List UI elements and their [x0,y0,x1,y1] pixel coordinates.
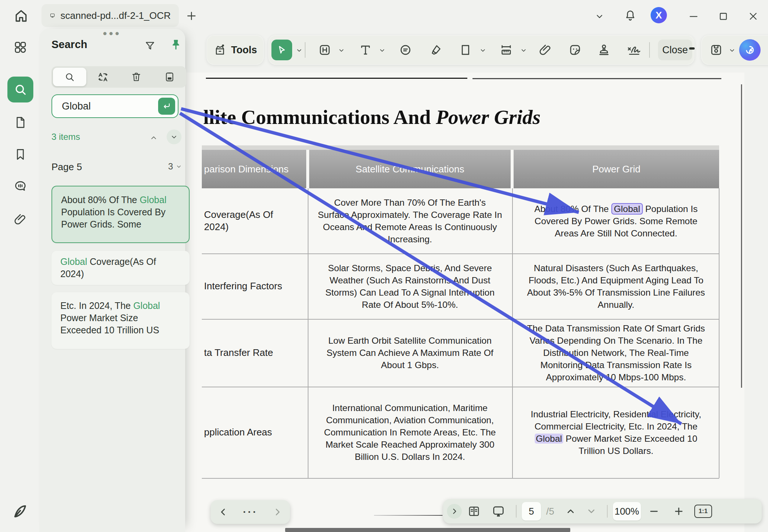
new-tab-button[interactable] [185,10,198,22]
brand-logo[interactable] [9,500,31,522]
close-window-button[interactable] [747,10,759,22]
rail-comments-button[interactable] [7,173,33,199]
chevron-down-icon [337,46,345,54]
presentation-button[interactable] [486,504,511,518]
rectangle-shape-icon [458,43,473,57]
close-button[interactable]: Close [658,40,692,60]
save-button[interactable] [707,42,725,58]
search-panel: ••• Search 3 items Page 5 3 [39,29,185,532]
table-top-strip [202,145,719,150]
scan-line [206,78,467,79]
expand-results-button[interactable] [167,129,181,144]
attachment-tool-button[interactable] [537,42,554,58]
comments-icon [13,179,27,193]
back-button[interactable] [218,507,228,517]
rail-bookmarks-button[interactable] [7,141,33,167]
avatar[interactable]: X [651,7,667,23]
expand-bar-button[interactable] [447,504,462,519]
table-cell-satellite: Low Earth Orbit Satellite Communication … [309,319,511,387]
select-tool-button[interactable] [271,40,292,60]
signature-tool-button[interactable] [623,42,644,58]
minimize-button[interactable] [688,10,699,22]
app-window: { "colors":{"accent_green":"#44a26d","ar… [0,0,768,532]
trash-icon [131,71,142,83]
minus-icon [648,506,660,517]
sticker-tool-button[interactable] [566,42,584,58]
ruler-icon [499,43,513,57]
rail-pages-button[interactable] [7,110,33,135]
select-cursor-icon [276,44,287,55]
page-number-input[interactable]: 5 [522,502,541,521]
collapse-all-button[interactable] [149,133,158,143]
titlebar-collapse-button[interactable] [594,11,605,22]
result-group-count[interactable]: 3 [168,161,183,172]
maximize-button[interactable] [717,10,729,22]
match-text: Global [60,256,87,267]
measure-tool-dropdown[interactable] [520,46,528,54]
tab-search[interactable] [53,68,86,86]
ai-assistant-button[interactable] [739,39,761,61]
tools-box-icon [213,43,227,57]
measure-tool-button[interactable] [497,42,515,58]
page-view-mode-button[interactable] [462,505,486,518]
search-result-item[interactable]: Etc. In 2024, The Global Power Market Si… [51,292,190,349]
shape-tool-button[interactable] [457,42,474,58]
select-tool-dropdown[interactable] [295,46,303,54]
document-scrollbar[interactable] [741,84,742,388]
rail-search-button[interactable] [7,77,33,102]
search-mode-tabs [51,66,186,88]
zoom-out-button[interactable] [641,506,667,517]
stamp-icon [597,43,611,57]
notifications-button[interactable] [624,8,637,22]
tab-delete-results[interactable] [120,66,153,88]
table-header-dimensions: parison Dimensions [202,150,306,188]
table-cell-dimension: pplication Areas [202,387,308,478]
search-submit-button[interactable] [158,98,175,115]
highlighter-icon [429,43,443,57]
zoom-level-input[interactable]: 100% [613,502,641,521]
rail-attachments-button[interactable] [7,206,33,232]
highlighter-tool-button[interactable] [427,42,445,58]
next-page-button[interactable] [581,506,602,516]
text-tool-button[interactable] [357,42,374,58]
heading-tool-dropdown[interactable] [337,46,345,54]
pin-panel-button[interactable] [170,38,182,51]
paperclip-icon [538,43,552,57]
document-tab[interactable]: scanned-pd...df-2-1_OCR [41,4,179,27]
tab-ocr-search[interactable] [153,66,186,88]
table-cell-dimension: Coverage(As Of 2024) [202,188,308,253]
previous-page-button[interactable] [560,506,581,516]
table-header-satellite: Satellite Communications [309,150,511,188]
save-dropdown[interactable] [728,46,736,54]
pin-icon [170,38,182,51]
signature-icon [625,43,642,57]
table-cell-power: About 80% Of The Global Population Is Co… [514,188,718,253]
tools-button[interactable]: Tools [207,35,264,65]
stamp-tool-button[interactable] [595,42,613,58]
chevron-up-icon [565,506,576,516]
table-header-power-grid: Power Grid [514,150,719,188]
horizontal-scrollbar[interactable] [285,528,570,532]
comment-tool-button[interactable] [397,42,414,58]
shape-tool-dropdown[interactable] [479,46,487,54]
save-icon [709,43,723,57]
zoom-in-button[interactable] [667,506,691,517]
heading-tool-button[interactable] [316,42,334,58]
tab-replace[interactable] [86,66,120,88]
more-button[interactable]: ··· [243,506,258,518]
chevron-down-icon [378,46,386,54]
forward-button[interactable] [272,507,283,517]
rail-apps-button[interactable] [7,34,33,60]
actual-size-button[interactable]: 1:1 [694,505,712,518]
toolbar-overflow-dash [689,47,695,50]
search-icon [64,71,75,83]
search-result-item[interactable]: Global Coverage(As Of 2024) [51,251,190,285]
filter-button[interactable] [144,40,156,52]
match-text: Global [140,195,166,205]
panel-drag-handle[interactable]: ••• [103,27,121,40]
tab-title: scanned-pd...df-2-1_OCR [60,10,171,21]
search-result-item[interactable]: About 80% Of The Global Population Is Co… [51,186,190,243]
text-tool-dropdown[interactable] [378,46,386,54]
search-input[interactable] [61,100,155,112]
match-text: Global [133,300,160,311]
